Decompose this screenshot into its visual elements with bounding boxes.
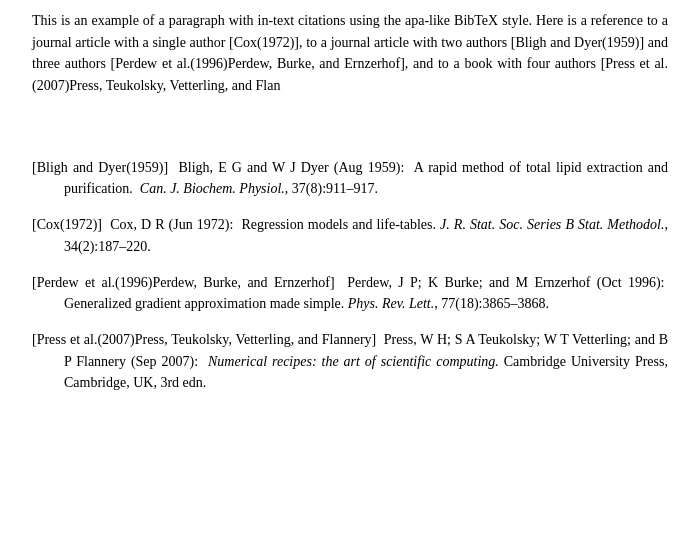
ref-key: [Perdew et al.(1996)Perdew, Burke, and E… <box>32 275 335 290</box>
ref-journal: J. R. Stat. Soc. Series B Stat. Methodol… <box>440 217 664 232</box>
reference-bligh: [Bligh and Dyer(1959)] Bligh, E G and W … <box>32 157 668 200</box>
ref-journal: Phys. Rev. Lett. <box>348 296 434 311</box>
ref-book-title: Numerical recipes: the art of scientific… <box>208 354 499 369</box>
intro-paragraph: This is an example of a paragraph with i… <box>32 10 668 97</box>
references-list: [Bligh and Dyer(1959)] Bligh, E G and W … <box>32 157 668 394</box>
reference-perdew: [Perdew et al.(1996)Perdew, Burke, and E… <box>32 272 668 315</box>
reference-press: [Press et al.(2007)Press, Teukolsky, Vet… <box>32 329 668 394</box>
ref-key: [Cox(1972)] <box>32 217 102 232</box>
reference-cox: [Cox(1972)] Cox, D R (Jun 1972): Regress… <box>32 214 668 257</box>
ref-key: [Bligh and Dyer(1959)] <box>32 160 168 175</box>
ref-key: [Press et al.(2007)Press, Teukolsky, Vet… <box>32 332 376 347</box>
ref-journal: Can. J. Biochem. Physiol. <box>140 181 285 196</box>
paragraph-text: This is an example of a paragraph with i… <box>32 13 668 93</box>
main-content: This is an example of a paragraph with i… <box>32 10 668 394</box>
